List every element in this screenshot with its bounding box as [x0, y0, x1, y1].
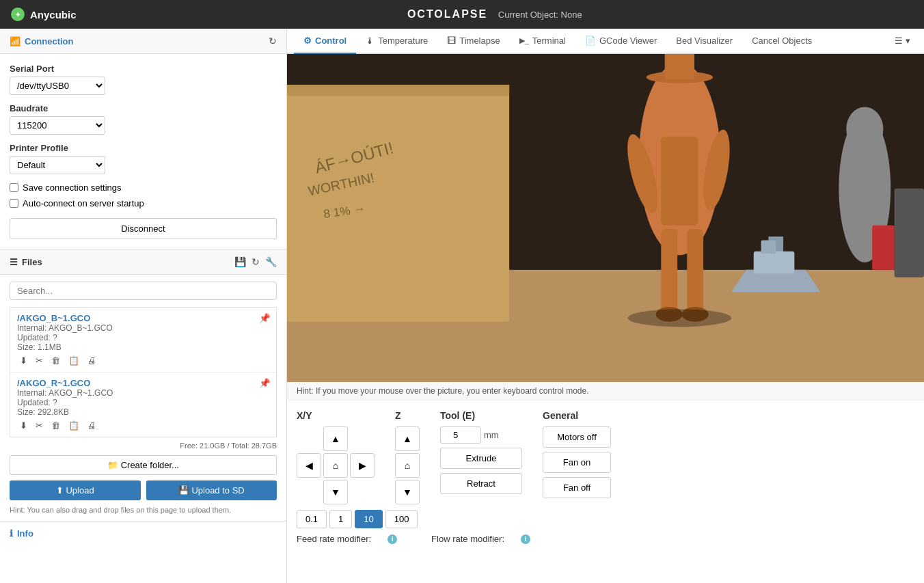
file-pin-button[interactable]: 📌	[259, 313, 271, 323]
file-item: 📌 /AKGO_B~1.GCO Internal: AKGO_B~1.GCO U…	[10, 308, 276, 372]
main-content: ⚙ Control 🌡 Temperature 🎞 Timelapse ▶_ T…	[287, 29, 924, 583]
tab-timelapse-label: Timelapse	[459, 36, 500, 46]
xy-home-button[interactable]: ⌂	[323, 453, 348, 478]
z-label: Z	[395, 410, 401, 421]
svg-rect-25	[872, 226, 895, 270]
files-refresh-button[interactable]: ↻	[252, 256, 260, 267]
auto-connect-checkbox[interactable]	[10, 199, 18, 208]
terminal-icon: ▶_	[519, 36, 529, 45]
tab-temperature[interactable]: 🌡 Temperature	[356, 29, 437, 54]
step-10-button[interactable]: 10	[355, 510, 382, 528]
files-body: 📌 /AKGO_B~1.GCO Internal: AKGO_B~1.GCO U…	[0, 275, 286, 521]
info-title: ℹ Info	[10, 528, 277, 539]
tab-control-label: Control	[315, 36, 346, 46]
mm-unit-label: mm	[484, 430, 499, 440]
file-delete-button[interactable]: 🗑	[49, 420, 63, 431]
xy-up-button[interactable]: ▲	[323, 426, 348, 451]
file-pin-button[interactable]: 📌	[259, 378, 271, 388]
file-size: Size: 292.8KB	[17, 407, 269, 417]
tab-timelapse[interactable]: 🎞 Timelapse	[437, 29, 509, 54]
z-down-button[interactable]: ▼	[395, 480, 420, 504]
tab-cancel-objects[interactable]: Cancel Objects	[742, 29, 821, 54]
file-slice-button[interactable]: ✂	[33, 355, 46, 366]
xy-left-button[interactable]: ◀	[297, 453, 321, 478]
files-title: ☰ Files	[10, 257, 42, 267]
svg-rect-21	[761, 241, 776, 254]
upload-row: ⬆ Upload 💾 Upload to SD	[10, 480, 277, 500]
tab-gcode-viewer[interactable]: 📄 GCode Viewer	[575, 29, 666, 54]
brand-icon: ✦	[11, 8, 25, 21]
extrude-button[interactable]: Extrude	[440, 448, 522, 469]
file-size: Size: 1.1MB	[17, 342, 269, 352]
disconnect-button[interactable]: Disconnect	[10, 218, 277, 239]
topnav-center: OCTOLAPSE Current Object: None	[77, 8, 913, 21]
file-name: /AKGO_B~1.GCO	[17, 313, 269, 323]
xy-label: X/Y	[297, 410, 312, 421]
fan-on-button[interactable]: Fan on	[543, 452, 611, 473]
upload-button[interactable]: ⬆ Upload	[10, 480, 141, 500]
retract-button[interactable]: Retract	[440, 473, 522, 494]
brand: ✦ Anycubic	[11, 8, 77, 21]
tab-control[interactable]: ⚙ Control	[294, 29, 356, 54]
tab-bed-visualizer[interactable]: Bed Visualizer	[666, 29, 742, 54]
file-download-button[interactable]: ⬇	[17, 355, 30, 366]
connection-refresh-button[interactable]: ↻	[269, 36, 277, 46]
step-100-button[interactable]: 100	[385, 510, 418, 528]
file-delete-button[interactable]: 🗑	[49, 355, 63, 366]
svg-rect-14	[661, 137, 698, 226]
tool-mm-input[interactable]	[440, 426, 481, 444]
files-search-input[interactable]	[10, 282, 277, 300]
xy-down-button[interactable]: ▼	[323, 480, 348, 504]
tab-terminal[interactable]: ▶_ Terminal	[510, 29, 575, 54]
files-settings-button[interactable]: 🔧	[265, 256, 277, 267]
feed-rate-label: Feed rate modifier:	[297, 534, 371, 544]
printer-profile-group: Printer Profile Default	[10, 143, 277, 174]
xy-right-button[interactable]: ▶	[350, 453, 375, 478]
current-object: Current Object: None	[498, 10, 582, 20]
info-icon: ℹ	[10, 528, 13, 539]
xy-empty-tl	[297, 426, 321, 451]
file-slice-button[interactable]: ✂	[33, 420, 46, 431]
fan-off-button[interactable]: Fan off	[543, 477, 611, 498]
file-download-button[interactable]: ⬇	[17, 420, 30, 431]
signal-icon: 📶	[10, 36, 21, 46]
auto-connect-label: Auto-connect on server startup	[23, 198, 144, 208]
z-up-button[interactable]: ▲	[395, 426, 420, 451]
sidebar: 📶 Connection ↻ Serial Port /dev/ttyUSB0 …	[0, 29, 287, 583]
file-internal: Internal: AKGO_R~1.GCO	[17, 388, 269, 398]
file-updated: Updated: ?	[17, 398, 269, 407]
file-copy-button[interactable]: 📋	[66, 420, 82, 431]
baudrate-select[interactable]: 115200	[10, 116, 105, 135]
xy-grid: ▲ ◀ ⌂ ▶ ▼	[297, 426, 375, 504]
camera-svg: ÁF→OÚTI! WORTHIN! 8 1% →	[287, 54, 924, 382]
tool-section: Tool (E) mm Extrude Retract	[440, 410, 522, 504]
flow-rate-info-icon[interactable]: i	[521, 534, 530, 544]
general-section: General Motors off Fan on Fan off	[543, 410, 611, 504]
file-copy-button[interactable]: 📋	[66, 355, 82, 366]
feed-rate-info-icon[interactable]: i	[388, 534, 397, 544]
tab-more-button[interactable]: ☰ ▾	[888, 30, 917, 53]
file-print-button[interactable]: 🖨	[85, 355, 99, 366]
octolapse-title: OCTOLAPSE	[407, 8, 487, 20]
save-connection-checkbox[interactable]	[10, 183, 18, 192]
serial-port-select[interactable]: /dev/ttyUSB0	[10, 77, 105, 95]
info-section: ℹ Info	[0, 521, 286, 545]
step-row: 0.1 1 10 100	[287, 510, 924, 528]
general-label: General	[543, 410, 578, 421]
printer-profile-label: Printer Profile	[10, 143, 277, 153]
motors-off-button[interactable]: Motors off	[543, 426, 611, 448]
z-home-button[interactable]: ⌂	[395, 453, 420, 478]
svg-rect-3	[287, 85, 509, 322]
printer-profile-select[interactable]: Default	[10, 156, 105, 174]
file-name: /AKGO_R~1.GCO	[17, 378, 269, 388]
file-print-button[interactable]: 🖨	[85, 420, 99, 431]
baudrate-label: Baudrate	[10, 103, 277, 113]
serial-port-label: Serial Port	[10, 64, 277, 74]
step-01-button[interactable]: 0.1	[297, 510, 327, 528]
general-controls: Motors off Fan on Fan off	[543, 426, 611, 498]
upload-sd-button[interactable]: 💾 Upload to SD	[146, 480, 277, 500]
step-1-button[interactable]: 1	[329, 510, 352, 528]
files-sd-button[interactable]: 💾	[234, 256, 246, 267]
files-icon: ☰	[10, 257, 18, 267]
create-folder-button[interactable]: 📁 Create folder...	[10, 455, 277, 475]
